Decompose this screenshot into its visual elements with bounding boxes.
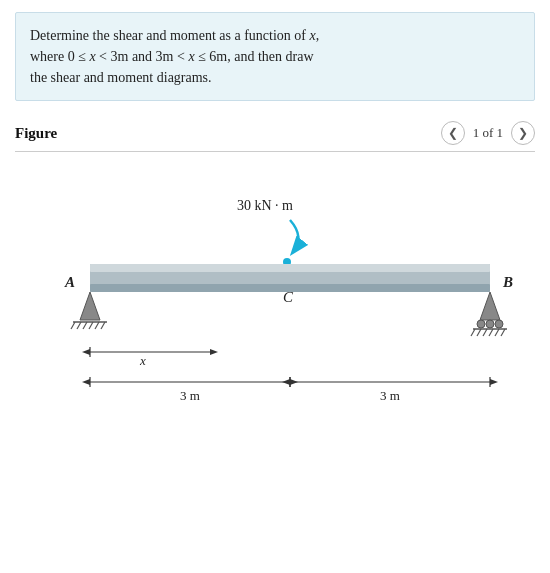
figure-section: Figure ❮ 1 of 1 ❯ 30 kN · m [0, 111, 550, 492]
svg-marker-26 [210, 349, 218, 355]
page-indicator: 1 of 1 [473, 125, 503, 141]
svg-line-19 [477, 329, 481, 336]
svg-line-9 [83, 322, 87, 329]
svg-point-15 [486, 320, 494, 328]
svg-line-11 [95, 322, 99, 329]
figure-header: Figure ❮ 1 of 1 ❯ [15, 121, 535, 152]
svg-line-23 [501, 329, 505, 336]
point-a-label: A [64, 274, 75, 290]
svg-line-10 [89, 322, 93, 329]
svg-line-8 [77, 322, 81, 329]
problem-text: Determine the shear and moment as a func… [30, 28, 319, 85]
dim-3m-left: 3 m [180, 388, 200, 403]
svg-marker-5 [80, 292, 100, 320]
where-text: where [30, 49, 64, 64]
svg-line-20 [483, 329, 487, 336]
svg-point-16 [495, 320, 503, 328]
svg-line-21 [489, 329, 493, 336]
svg-marker-36 [282, 379, 290, 385]
point-b-label: B [502, 274, 513, 290]
beam-diagram: 30 kN · m A [35, 162, 545, 492]
svg-line-18 [471, 329, 475, 336]
problem-statement: Determine the shear and moment as a func… [15, 12, 535, 101]
diagram-area: 30 kN · m A [15, 152, 535, 492]
svg-rect-3 [90, 264, 490, 272]
figure-nav: ❮ 1 of 1 ❯ [441, 121, 535, 145]
svg-marker-27 [82, 349, 90, 355]
svg-marker-13 [480, 292, 500, 320]
prev-button[interactable]: ❮ [441, 121, 465, 145]
x-label: x [139, 353, 146, 368]
point-c-label: C [283, 289, 294, 305]
dim-3m-right: 3 m [380, 388, 400, 403]
moment-label: 30 kN · m [237, 198, 293, 213]
next-button[interactable]: ❯ [511, 121, 535, 145]
svg-marker-37 [490, 379, 498, 385]
svg-line-7 [71, 322, 75, 329]
svg-point-14 [477, 320, 485, 328]
svg-line-12 [101, 322, 105, 329]
figure-title: Figure [15, 125, 57, 142]
svg-marker-31 [82, 379, 90, 385]
svg-line-22 [495, 329, 499, 336]
